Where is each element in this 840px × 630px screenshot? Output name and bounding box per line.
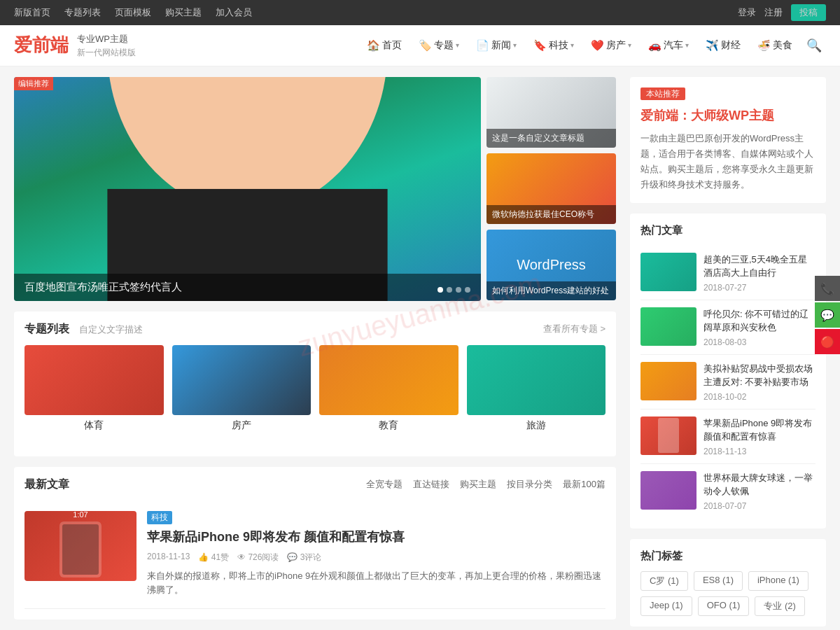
tab-by-category[interactable]: 按目录分类: [507, 478, 552, 491]
logo[interactable]: 爱前端: [14, 33, 69, 57]
tab-direct-link[interactable]: 直达链接: [413, 478, 449, 491]
tag-2[interactable]: iPhone (1): [748, 571, 808, 591]
float-phone-icon[interactable]: 📞: [815, 276, 840, 301]
hot-item-0[interactable]: 超美的三亚,5天4晚全五星酒店高大上自由行 2018-07-27: [640, 246, 816, 300]
hero-dot-4[interactable]: [465, 287, 470, 293]
topics-view-all[interactable]: 查看所有专题 >: [543, 323, 606, 335]
topics-subtitle: 自定义文字描述: [79, 324, 143, 335]
hot-info-0: 超美的三亚,5天4晚全五星酒店高大上自由行 2018-07-27: [704, 253, 816, 293]
hot-thumb-0: [640, 253, 696, 291]
logo-sub2: 新一代网站模版: [77, 46, 136, 59]
logo-area: 爱前端 专业WP主题 新一代网站模版: [14, 32, 136, 59]
latest-section: 最新文章 全宽专题 直达链接 购买主题 按目录分类 最新100篇 1:07: [14, 467, 616, 620]
topbar-link-topics[interactable]: 专题列表: [64, 6, 101, 19]
tab-full-topic[interactable]: 全宽专题: [366, 478, 402, 491]
recommend-title[interactable]: 爱前端：大师级WP主题: [640, 107, 816, 124]
hot-item-2[interactable]: 美拟补贴贸易战中受损农场主遭反对: 不要补贴要市场 2018-10-02: [640, 355, 816, 410]
topic-edu-label: 教育: [319, 419, 458, 432]
tab-buy-theme[interactable]: 购买主题: [460, 478, 496, 491]
topbar-link-member[interactable]: 加入会员: [216, 6, 252, 19]
tag-5[interactable]: 专业 (2): [755, 596, 805, 616]
tech-icon: 🔖: [533, 39, 547, 52]
hot-item-4[interactable]: 世界杯最大牌女球迷，一举动令人钦佩 2018-07-07: [640, 464, 816, 518]
hero-side-items: 这是一条自定义文章标题 微软纳德拉获最佳CEO称号 WordPress 如何利用…: [486, 77, 616, 301]
submit-button[interactable]: 投稿: [791, 4, 826, 21]
hero-dot-3[interactable]: [456, 287, 461, 293]
tag-3[interactable]: Jeep (1): [640, 596, 692, 616]
nav-estate-label: 房产: [606, 39, 626, 52]
hot-info-3: 苹果新品iPhone 9即将发布 颜值和配置有惊喜 2018-11-13: [704, 416, 816, 456]
food-icon: 🍜: [757, 39, 771, 52]
nav-tech-label: 科技: [549, 39, 568, 52]
hero-dot-2[interactable]: [447, 287, 452, 293]
main-nav: 🏠 首页 🏷️ 专题 ▾ 📄 新闻 ▾ 🔖 科技 ▾ ❤️ 房产 ▾ 🚗 汽车 …: [360, 34, 826, 57]
nav-home[interactable]: 🏠 首页: [360, 35, 409, 56]
login-link[interactable]: 登录: [738, 6, 756, 19]
hot-thumb-3: [640, 416, 696, 455]
chevron-down-icon: ▾: [456, 41, 459, 49]
topics-section: 专题列表 自定义文字描述 查看所有专题 > 体育 房产 教育: [14, 312, 616, 456]
hero-side-3[interactable]: WordPress 如何利用WordPress建站的好处: [486, 230, 616, 300]
news-icon: 📄: [476, 39, 489, 52]
topic-sports-image: [24, 345, 164, 415]
topbar-link-templates[interactable]: 页面模板: [115, 6, 151, 19]
topics-title: 专题列表: [24, 323, 69, 335]
topics-header: 专题列表 自定义文字描述 查看所有专题 >: [24, 322, 606, 337]
topic-estate[interactable]: 房产: [172, 345, 312, 432]
topic-edu[interactable]: 教育: [319, 345, 458, 432]
article-thumb-iphone[interactable]: 1:07: [24, 511, 136, 581]
hot-date-0: 2018-07-27: [704, 283, 816, 293]
article-title-0[interactable]: 苹果新品iPhone 9即将发布 颜值和配置有惊喜: [147, 528, 606, 546]
estate-icon: ❤️: [591, 39, 604, 52]
nav-topics[interactable]: 🏷️ 专题 ▾: [412, 35, 466, 56]
nav-estate[interactable]: ❤️ 房产 ▾: [584, 35, 638, 56]
tag-0[interactable]: C罗 (1): [640, 571, 688, 591]
hero-side-1[interactable]: 这是一条自定义文章标题: [486, 77, 616, 148]
hero-side-2[interactable]: 微软纳德拉获最佳CEO称号: [486, 153, 616, 224]
search-icon[interactable]: 🔍: [802, 34, 826, 57]
hot-date-2: 2018-10-02: [704, 392, 816, 402]
nav-news-label: 新闻: [491, 39, 511, 52]
tag-4[interactable]: OFO (1): [698, 596, 750, 616]
nav-topics-label: 专题: [434, 39, 454, 52]
topic-edu-image: [319, 345, 458, 415]
nav-finance[interactable]: ✈️ 财经: [699, 35, 748, 56]
nav-news[interactable]: 📄 新闻 ▾: [469, 35, 524, 56]
hot-date-4: 2018-07-07: [704, 501, 816, 511]
hot-info-4: 世界杯最大牌女球迷，一举动令人钦佩 2018-07-07: [704, 471, 816, 511]
float-weibo-icon[interactable]: 🔴: [815, 329, 840, 354]
hot-item-3[interactable]: 苹果新品iPhone 9即将发布 颜值和配置有惊喜 2018-11-13: [640, 410, 816, 464]
hot-title-0: 超美的三亚,5天4晚全五星酒店高大上自由行: [704, 253, 816, 280]
hot-title-4: 世界杯最大牌女球迷，一举动令人钦佩: [704, 471, 816, 498]
tags-grid: C罗 (1) ES8 (1) iPhone (1) Jeep (1) OFO (…: [640, 571, 816, 616]
float-sidebar: 📞 💬 🔴: [815, 276, 840, 354]
hot-thumb-1: [640, 307, 696, 346]
hero-dot-1[interactable]: [438, 287, 443, 293]
topbar-link-buy[interactable]: 购买主题: [165, 6, 202, 19]
nav-tech[interactable]: 🔖 科技 ▾: [526, 35, 581, 56]
hot-item-1[interactable]: 呼伦贝尔: 你不可错过的辽阔草原和兴安秋色 2018-08-03: [640, 300, 816, 355]
hot-title-1: 呼伦贝尔: 你不可错过的辽阔草原和兴安秋色: [704, 307, 816, 335]
float-wechat-icon[interactable]: 💬: [815, 302, 840, 328]
topics-title-area: 专题列表 自定义文字描述: [24, 322, 143, 337]
latest-title: 最新文章: [24, 477, 69, 492]
content-wrap: 编辑推荐 百度地图宣布汤唯正式签约代言人 这是一条自定义文章标题 微软纳德拉获最…: [0, 66, 840, 631]
tab-latest-100[interactable]: 最新100篇: [563, 478, 606, 491]
topic-travel-image: [467, 345, 606, 415]
topic-sports[interactable]: 体育: [24, 345, 164, 432]
nav-car[interactable]: 🚗 汽车 ▾: [641, 35, 696, 56]
logo-subtitle: 专业WP主题 新一代网站模版: [77, 32, 136, 59]
register-link[interactable]: 注册: [764, 6, 783, 19]
topbar-link-home[interactable]: 新版首页: [14, 6, 50, 19]
nav-food[interactable]: 🍜 美食: [750, 35, 799, 56]
hero-main-slider[interactable]: 编辑推荐 百度地图宣布汤唯正式签约代言人: [14, 77, 481, 301]
topic-sports-label: 体育: [24, 419, 164, 432]
nav-finance-label: 财经: [721, 39, 741, 52]
article-card-0: 1:07 科技 苹果新品iPhone 9即将发布 颜值和配置有惊喜 2018-1…: [24, 500, 606, 610]
tag-1[interactable]: ES8 (1): [694, 571, 743, 591]
hero-dots: [438, 287, 470, 293]
topic-travel[interactable]: 旅游: [467, 345, 606, 432]
hero-section: 编辑推荐 百度地图宣布汤唯正式签约代言人 这是一条自定义文章标题 微软纳德拉获最…: [14, 77, 616, 301]
hot-info-1: 呼伦贝尔: 你不可错过的辽阔草原和兴安秋色 2018-08-03: [704, 307, 816, 347]
chevron-down-icon-tech: ▾: [570, 41, 574, 49]
